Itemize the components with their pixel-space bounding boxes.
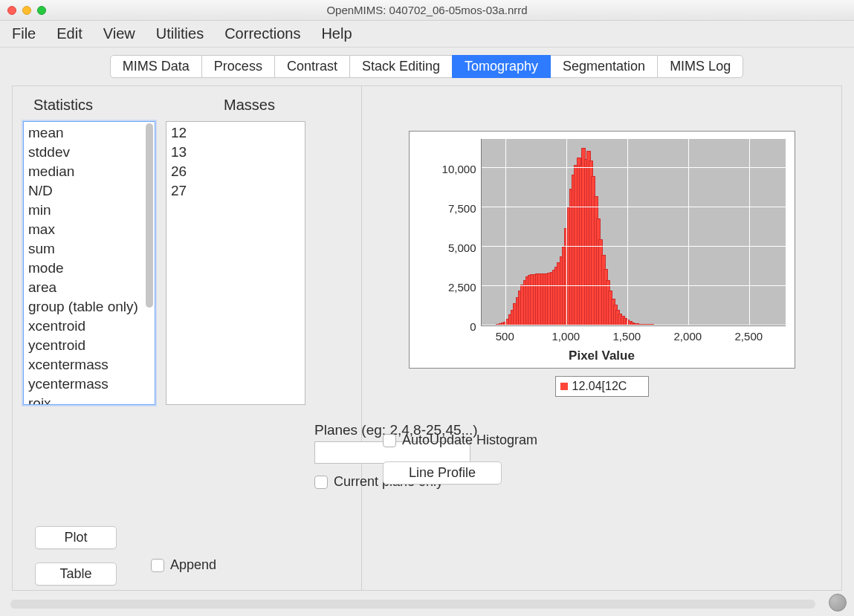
x-tick-label: 2,000: [674, 330, 702, 343]
list-item[interactable]: 13: [169, 143, 302, 162]
main-panel: Statistics Masses meanstddevmedianN/Dmin…: [12, 85, 842, 591]
menu-file[interactable]: File: [12, 25, 36, 42]
list-item[interactable]: 12: [169, 123, 302, 143]
list-item[interactable]: 27: [169, 181, 302, 201]
tab-contrast[interactable]: Contrast: [274, 55, 350, 78]
titlebar: OpenMIMS: 040702_06-05mos-03a.nrrd: [0, 0, 854, 21]
list-item[interactable]: roix: [27, 394, 152, 405]
list-item[interactable]: min: [27, 201, 152, 220]
y-tick-label: 5,000: [417, 241, 476, 254]
masses-listbox[interactable]: 12132627: [166, 121, 305, 405]
list-item[interactable]: ycentermass: [27, 375, 152, 394]
menu-utilities[interactable]: Utilities: [156, 25, 204, 42]
menu-corrections[interactable]: Corrections: [224, 25, 300, 42]
window-title: OpenMIMS: 040702_06-05mos-03a.nrrd: [0, 4, 854, 16]
x-axis-label: Pixel Value: [410, 348, 795, 363]
x-tick-label: 1,500: [613, 330, 641, 343]
autoupdate-checkbox[interactable]: AutoUpdate Histogram: [383, 432, 828, 448]
menu-view[interactable]: View: [103, 25, 135, 42]
menu-help[interactable]: Help: [321, 25, 352, 42]
histogram-chart: Pixel Value 02,5005,0007,50010,0005001,0…: [409, 131, 795, 369]
y-tick-label: 7,500: [417, 202, 476, 215]
chart-legend: 12.04[12C: [555, 376, 649, 397]
horizontal-scrollbar[interactable]: [10, 600, 815, 609]
y-tick-label: 10,000: [417, 163, 476, 175]
tab-mims-log[interactable]: MIMS Log: [657, 55, 743, 78]
list-item[interactable]: area: [27, 278, 152, 297]
menubar: File Edit View Utilities Corrections Hel…: [0, 21, 854, 48]
checkbox-icon: [151, 559, 164, 572]
y-tick-label: 0: [417, 320, 476, 333]
append-checkbox[interactable]: Append: [151, 557, 216, 573]
plot-area: [481, 139, 786, 326]
checkbox-icon: [314, 476, 328, 489]
status-indicator-icon: [829, 594, 847, 612]
menu-edit[interactable]: Edit: [56, 25, 82, 42]
plot-button[interactable]: Plot: [35, 526, 117, 549]
legend-swatch-icon: [560, 383, 568, 390]
list-item[interactable]: max: [27, 220, 152, 239]
statistics-listbox[interactable]: meanstddevmedianN/Dminmaxsummodeareagrou…: [23, 121, 155, 405]
masses-header: Masses: [184, 92, 275, 121]
autoupdate-label: AutoUpdate Histogram: [402, 432, 537, 448]
list-item[interactable]: mean: [27, 123, 152, 143]
list-item[interactable]: sum: [27, 239, 152, 259]
tab-tomography[interactable]: Tomography: [452, 55, 551, 78]
list-item[interactable]: median: [27, 162, 152, 181]
list-item[interactable]: mode: [27, 259, 152, 278]
left-column: Statistics Masses meanstddevmedianN/Dmin…: [13, 86, 362, 590]
x-tick-label: 500: [496, 330, 514, 343]
tab-segmentation[interactable]: Segmentation: [550, 55, 658, 78]
line-profile-button[interactable]: Line Profile: [383, 461, 502, 484]
list-item[interactable]: 26: [169, 162, 302, 181]
x-tick-label: 1,000: [552, 330, 580, 343]
statistics-header: Statistics: [23, 92, 184, 121]
tab-mims-data[interactable]: MIMS Data: [110, 55, 202, 78]
list-item[interactable]: stddev: [27, 143, 152, 162]
list-item[interactable]: ycentroid: [27, 336, 152, 355]
right-column: Pixel Value 02,5005,0007,50010,0005001,0…: [362, 86, 841, 590]
scrollbar-thumb[interactable]: [146, 123, 153, 308]
list-item[interactable]: xcentermass: [27, 355, 152, 375]
list-item[interactable]: N/D: [27, 181, 152, 201]
x-tick-label: 2,500: [735, 330, 763, 343]
list-item[interactable]: group (table only): [27, 297, 152, 317]
tabbar: MIMS DataProcessContrastStack EditingTom…: [0, 48, 854, 82]
list-item[interactable]: xcentroid: [27, 317, 152, 336]
table-button[interactable]: Table: [35, 562, 117, 586]
checkbox-icon: [383, 434, 396, 447]
append-label: Append: [170, 557, 216, 573]
tab-process[interactable]: Process: [201, 55, 275, 78]
tab-stack-editing[interactable]: Stack Editing: [349, 55, 453, 78]
y-tick-label: 2,500: [417, 281, 476, 294]
legend-label: 12.04[12C: [572, 380, 627, 393]
